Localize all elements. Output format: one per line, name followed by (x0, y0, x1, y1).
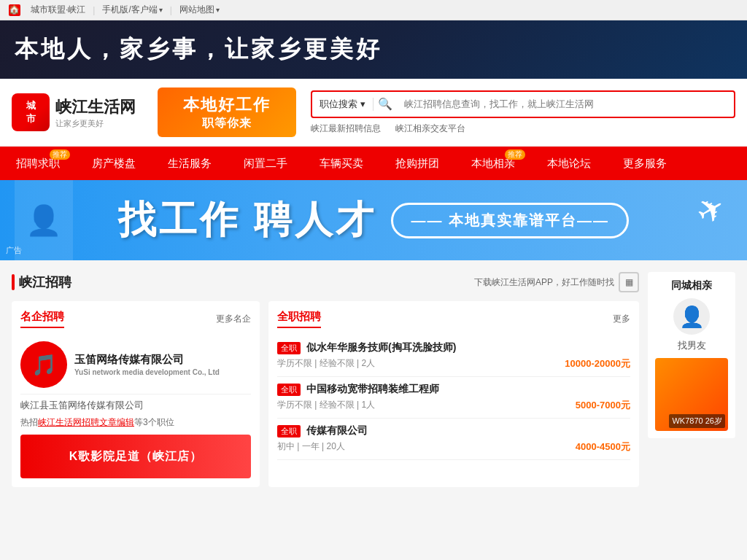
ad-content: 找工作 聘人才 —— 本地真实靠谱平台—— (118, 195, 629, 246)
two-col-layout: 名企招聘 更多名企 🎵 玉笛网络传媒有限公司 YuSi network medi… (12, 301, 639, 487)
ad-label: 广告 (6, 245, 22, 256)
search-links: 峡江最新招聘信息 峡江相亲交友平台 (311, 122, 735, 135)
company-name-en: YuSi network media development Co., Ltd (74, 368, 251, 376)
search-link-jobs[interactable]: 峡江最新招聘信息 (311, 122, 381, 135)
user-badge: WK7870 26岁 (669, 414, 725, 428)
job-tag-1: 全职 (277, 384, 301, 396)
mobile-link[interactable]: 手机版/客户端 ▾ (102, 4, 162, 16)
recruitment-download-link[interactable]: 下载峡江生活网APP，好工作随时找 ▦ (474, 272, 639, 292)
main-nav: 招聘求职 推荐 房产楼盘 生活服务 闲置二手 车辆买卖 抢购拼团 本地相亲 推荐… (0, 147, 747, 180)
search-box: 职位搜索 ▾ 🔍 (311, 90, 735, 118)
top-bar: 🏠 城市联盟·峡江 | 手机版/客户端 ▾ | 网站地图 ▾ (0, 0, 747, 20)
site-logo-small: 🏠 (9, 4, 20, 16)
city-link[interactable]: 城市联盟·峡江 (31, 4, 85, 16)
job-meta-row-0: 学历不限 | 经验不限 | 2人 10000-20000元 (277, 357, 630, 370)
chevron-down-icon: ▾ (159, 6, 163, 14)
logo-text: 峡江生活网 让家乡更美好 (55, 96, 136, 129)
search-area: 职位搜索 ▾ 🔍 峡江最新招聘信息 峡江相亲交友平台 (311, 90, 735, 135)
fulltime-more-link[interactable]: 更多 (613, 313, 630, 325)
company-hot-jobs: 热招峡江生活网招聘文章编辑等3个职位 (20, 416, 251, 429)
sitemap-link[interactable]: 网站地图 ▾ (179, 4, 220, 16)
search-type-label: 职位搜索 (320, 98, 357, 111)
job-item-1: 全职 中国移动宽带招聘装维工程师 学历不限 | 经验不限 | 1人 5000-7… (277, 377, 630, 419)
job-meta-1: 学历不限 | 经验不限 | 1人 (277, 399, 375, 412)
title-bar-icon (12, 274, 15, 290)
content-left: 峡江招聘 下载峡江生活网APP，好工作随时找 ▦ 名企招聘 更多名企 🎵 (12, 272, 639, 487)
profile-avatar: 👤 (673, 298, 710, 335)
job-meta-0: 学历不限 | 经验不限 | 2人 (277, 357, 375, 370)
nav-item-groupbuy[interactable]: 抢购拼团 (379, 147, 455, 180)
fulltime-title: 全职招聘 (277, 310, 321, 328)
company-logo: 🎵 (20, 341, 67, 388)
nav-badge-dating: 推荐 (505, 149, 525, 160)
separator2: | (170, 5, 172, 15)
hero-banner: 本地人，家乡事，让家乡更美好 (0, 20, 747, 79)
nav-item-secondhand[interactable]: 闲置二手 (228, 147, 303, 180)
logo-area: 城市 峡江生活网 让家乡更美好 (12, 93, 143, 131)
find-boyfriend-label[interactable]: 找男友 (678, 339, 706, 352)
company-name: 玉笛网络传媒有限公司 YuSi network media developmen… (74, 353, 251, 376)
ad-main-text: 找工作 聘人才 (118, 195, 376, 246)
famous-companies-panel: 名企招聘 更多名企 🎵 玉笛网络传媒有限公司 YuSi network medi… (12, 301, 260, 487)
promo-banner[interactable]: 本地好工作 职等你来 (158, 88, 296, 137)
sidebar-profile: 👤 找男友 (655, 298, 728, 352)
paper-plane-icon: ✈ (689, 187, 732, 234)
company-item: 🎵 玉笛网络传媒有限公司 YuSi network media developm… (20, 335, 251, 394)
search-type-selector[interactable]: 职位搜索 ▾ (312, 98, 374, 111)
dating-sidebar: 同城相亲 👤 找男友 WK7870 26岁 (648, 272, 735, 438)
ad-banner[interactable]: 👤 找工作 聘人才 —— 本地真实靠谱平台—— ✈ 广告 (0, 180, 747, 260)
job-meta-row-1: 学历不限 | 经验不限 | 1人 5000-7000元 (277, 399, 630, 412)
main-content: 峡江招聘 下载峡江生活网APP，好工作随时找 ▦ 名企招聘 更多名企 🎵 (0, 260, 747, 499)
job-tag-2: 全职 (277, 425, 301, 438)
site-subtitle: 让家乡更美好 (55, 118, 136, 129)
nav-item-realestate[interactable]: 房产楼盘 (76, 147, 152, 180)
site-title: 峡江生活网 (55, 96, 136, 118)
recruitment-title: 峡江招聘 (12, 273, 71, 291)
nav-badge-recruitment: 推荐 (50, 149, 70, 160)
promo-bottom-text: 职等你来 (202, 116, 252, 131)
job-salary-0: 10000-20000元 (565, 357, 630, 370)
famous-col-header: 名企招聘 更多名企 (20, 310, 251, 328)
job-header-0: 全职 似水年华服务技师(掏耳洗脸技师) (277, 341, 630, 354)
header: 城市 峡江生活网 让家乡更美好 本地好工作 职等你来 职位搜索 ▾ 🔍 峡江最新… (0, 79, 747, 147)
job-tag-0: 全职 (277, 342, 301, 354)
job-meta-row-2: 初中 | 一年 | 20人 4000-4500元 (277, 440, 630, 454)
job-title-2[interactable]: 传媒有限公司 (306, 424, 368, 438)
nav-item-more[interactable]: 更多服务 (607, 147, 683, 180)
sidebar-title: 同城相亲 (655, 279, 728, 292)
nav-item-life[interactable]: 生活服务 (152, 147, 228, 180)
fulltime-col-header: 全职招聘 更多 (277, 310, 630, 328)
ad-sub-text: —— 本地真实靠谱平台—— (391, 203, 629, 238)
sidebar-user-image[interactable]: WK7870 26岁 (655, 358, 728, 431)
search-icon: 🔍 (374, 97, 397, 111)
company-description: 峡江县玉笛网络传媒有限公司 (20, 394, 251, 416)
promo-top-text: 本地好工作 (183, 94, 271, 116)
job-title-1[interactable]: 中国移动宽带招聘装维工程师 (306, 383, 439, 396)
job-header-1: 全职 中国移动宽带招聘装维工程师 (277, 383, 630, 396)
job-item-0: 全职 似水年华服务技师(掏耳洗脸技师) 学历不限 | 经验不限 | 2人 100… (277, 335, 630, 377)
search-input[interactable] (397, 98, 734, 109)
qr-icon: ▦ (619, 272, 639, 292)
search-link-dating[interactable]: 峡江相亲交友平台 (395, 122, 465, 135)
company-ad-banner[interactable]: K歌影院足道（峡江店） (20, 435, 251, 478)
separator1: | (93, 5, 95, 15)
fulltime-jobs-panel: 全职招聘 更多 全职 似水年华服务技师(掏耳洗脸技师) 学历不限 | 经验不限 … (268, 301, 639, 487)
recruitment-header: 峡江招聘 下载峡江生活网APP，好工作随时找 ▦ (12, 272, 639, 292)
job-title-0[interactable]: 似水年华服务技师(掏耳洗脸技师) (306, 341, 456, 354)
nav-item-forum[interactable]: 本地论坛 (531, 147, 607, 180)
chevron-down-icon3: ▾ (360, 98, 365, 109)
nav-item-dating[interactable]: 本地相亲 推荐 (455, 147, 531, 180)
nav-item-cars[interactable]: 车辆买卖 (303, 147, 379, 180)
job-salary-1: 5000-7000元 (576, 399, 630, 412)
nav-item-recruitment[interactable]: 招聘求职 推荐 (0, 147, 76, 180)
job-item-2: 全职 传媒有限公司 初中 | 一年 | 20人 4000-4500元 (277, 419, 630, 460)
job-salary-2: 4000-4500元 (576, 440, 630, 454)
famous-more-link[interactable]: 更多名企 (216, 313, 251, 325)
company-job-link[interactable]: 峡江生活网招聘文章编辑 (38, 417, 134, 427)
right-sidebar: 同城相亲 👤 找男友 WK7870 26岁 (648, 272, 735, 487)
hero-slogan: 本地人，家乡事，让家乡更美好 (15, 34, 382, 66)
logo-icon: 城市 (12, 93, 50, 131)
chevron-down-icon2: ▾ (216, 6, 220, 14)
job-meta-2: 初中 | 一年 | 20人 (277, 440, 345, 454)
company-info: 玉笛网络传媒有限公司 YuSi network media developmen… (74, 353, 251, 376)
